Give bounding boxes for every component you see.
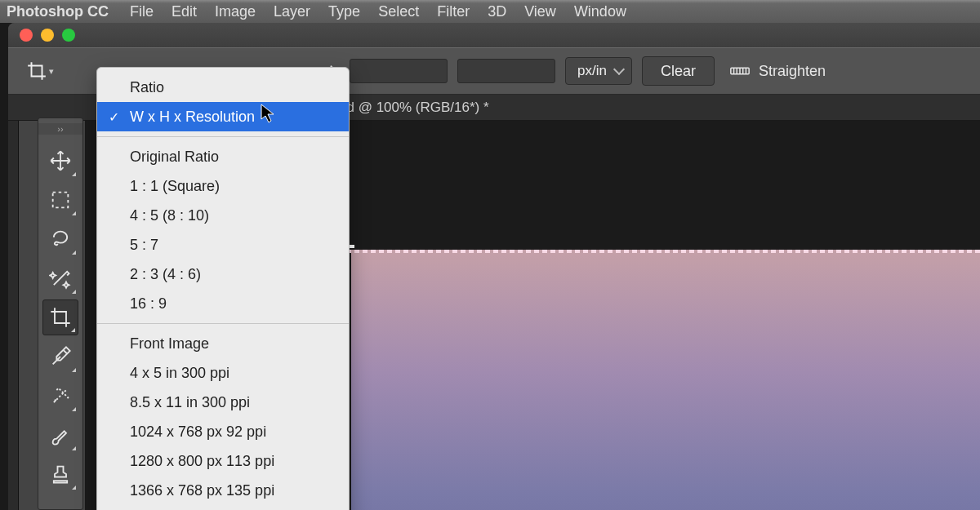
menu-filter[interactable]: Filter [437, 3, 470, 20]
close-window-button[interactable] [20, 29, 33, 42]
menu-window[interactable]: Window [574, 3, 626, 20]
collapsed-panel-dock[interactable] [8, 121, 19, 510]
crop-width-input[interactable] [350, 59, 448, 83]
mac-menubar: Photoshop CC File Edit Image Layer Type … [0, 0, 980, 23]
straighten-button[interactable]: Straighten [729, 63, 826, 80]
preset-16-9[interactable]: 16 : 9 [97, 289, 349, 318]
menu-file[interactable]: File [130, 3, 154, 20]
menu-layer[interactable]: Layer [274, 3, 310, 20]
app-name: Photoshop CC [7, 3, 109, 20]
preset-1024x768[interactable]: 1024 x 768 px 92 ppi [97, 417, 349, 446]
photoshop-window: ▾ px/in Clear Straighten × sd @ 100% (RG… [8, 23, 980, 510]
preset-1280x800[interactable]: 1280 x 800 px 113 ppi [97, 446, 349, 476]
clear-button[interactable]: Clear [642, 56, 715, 86]
document-canvas[interactable] [351, 250, 980, 510]
chevron-down-icon: ▾ [49, 66, 54, 77]
preset-original-ratio[interactable]: Original Ratio [97, 142, 349, 171]
toolbar-expand-handle[interactable]: ›› [38, 123, 82, 135]
preset-1-1[interactable]: 1 : 1 (Square) [97, 171, 349, 201]
menu-edit[interactable]: Edit [172, 3, 197, 20]
crop-preset-dropdown[interactable]: Ratio ✓W x H x Resolution Original Ratio… [96, 67, 350, 510]
preset-4x5-300[interactable]: 4 x 5 in 300 ppi [97, 358, 349, 388]
menu-select[interactable]: Select [378, 3, 419, 20]
move-tool[interactable] [42, 143, 78, 179]
marquee-tool[interactable] [42, 182, 78, 218]
preset-85x11-300[interactable]: 8.5 x 11 in 300 ppi [97, 388, 349, 417]
preset-5-7[interactable]: 5 : 7 [97, 230, 349, 259]
stamp-tool[interactable] [42, 456, 78, 492]
preset-ratio[interactable]: Ratio [97, 73, 349, 102]
preset-1366x768[interactable]: 1366 x 768 px 135 ppi [97, 476, 349, 505]
preset-2-3[interactable]: 2 : 3 (4 : 6) [97, 259, 349, 289]
preset-wxh-resolution[interactable]: ✓W x H x Resolution [97, 102, 349, 131]
lasso-tool[interactable] [42, 221, 78, 257]
menu-3d[interactable]: 3D [488, 3, 506, 20]
crop-tool-icon [26, 60, 47, 82]
check-icon: ✓ [109, 106, 119, 129]
resolution-unit-label: px/in [577, 63, 607, 79]
preset-front-image[interactable]: Front Image [97, 329, 349, 358]
eyedropper-tool[interactable] [42, 339, 78, 375]
crop-tool[interactable] [42, 299, 78, 335]
healing-brush-tool[interactable] [42, 378, 78, 414]
svg-rect-1 [53, 193, 69, 208]
document-tab-title[interactable]: sd @ 100% (RGB/16*) * [340, 100, 489, 116]
menu-separator [97, 323, 349, 324]
resolution-unit-select[interactable]: px/in [565, 57, 632, 85]
tools-panel: ›› [38, 118, 83, 510]
menu-type[interactable]: Type [328, 3, 360, 20]
menu-separator [97, 136, 349, 137]
minimize-window-button[interactable] [41, 29, 54, 42]
window-titlebar [8, 23, 980, 47]
menu-view[interactable]: View [524, 3, 556, 20]
tool-preset-picker[interactable]: ▾ [21, 55, 59, 86]
crop-marquee-top [346, 250, 980, 253]
zoom-window-button[interactable] [62, 29, 75, 42]
crop-height-input[interactable] [457, 59, 555, 83]
magic-wand-tool[interactable] [42, 260, 78, 296]
menu-image[interactable]: Image [215, 3, 256, 20]
brush-tool[interactable] [42, 417, 78, 453]
straighten-icon [729, 63, 751, 79]
preset-4-5[interactable]: 4 : 5 (8 : 10) [97, 201, 349, 230]
